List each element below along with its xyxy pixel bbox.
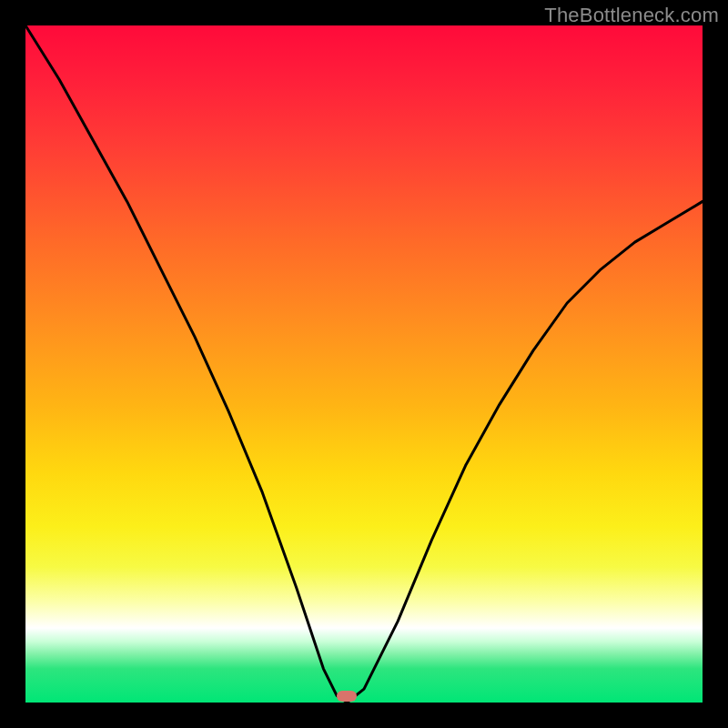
watermark-text: TheBottleneck.com: [544, 4, 719, 27]
optimum-marker: [337, 691, 357, 702]
chart-frame: TheBottleneck.com: [0, 0, 728, 728]
bottleneck-curve: [25, 25, 703, 703]
plot-area: [25, 25, 703, 703]
